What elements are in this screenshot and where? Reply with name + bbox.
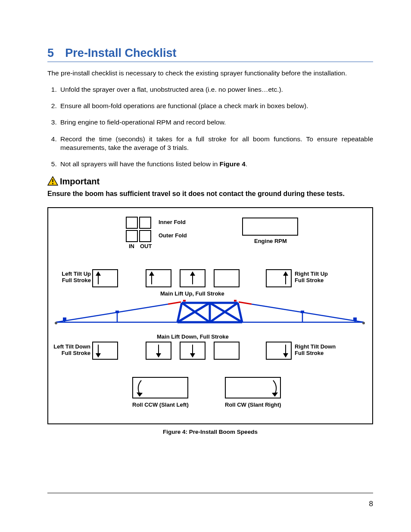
svg-marker-41 xyxy=(156,353,161,358)
figure-caption: Figure 4: Pre-Install Boom Speeds xyxy=(47,429,373,435)
input-engine-rpm[interactable] xyxy=(242,218,298,236)
svg-line-17 xyxy=(56,304,168,322)
arrow-down-icon xyxy=(155,344,162,358)
list-item: Not all sprayers will have the functions… xyxy=(59,160,373,168)
svg-marker-33 xyxy=(149,271,154,276)
list-item-text: Not all sprayers will have the functions… xyxy=(60,160,220,168)
svg-marker-31 xyxy=(96,271,101,276)
arrow-up-icon xyxy=(94,271,102,285)
arrow-up-icon xyxy=(282,271,290,285)
svg-rect-2 xyxy=(52,183,53,184)
chapter-number: 5 xyxy=(47,47,54,60)
svg-rect-15 xyxy=(234,300,237,302)
warning-icon xyxy=(47,176,58,187)
svg-point-28 xyxy=(55,322,57,324)
svg-rect-27 xyxy=(353,317,357,321)
arrow-up-icon xyxy=(189,271,196,285)
list-item: Unfold the sprayer over a flat, unobstru… xyxy=(59,85,373,94)
checkbox-inner-fold-out[interactable] xyxy=(139,217,151,229)
intro-paragraph: The pre-install checklist is necessary t… xyxy=(47,69,373,78)
arrow-down-icon xyxy=(282,344,290,358)
figure-boom-speeds: Inner Fold Outer Fold IN OUT Engine RPM … xyxy=(47,207,373,424)
label-right-tilt-down: Right Tilt DownFull Stroke xyxy=(295,344,336,357)
svg-marker-46 xyxy=(137,392,143,397)
label-outer-fold: Outer Fold xyxy=(159,233,187,239)
label-main-lift-down: Main Lift Down, Full Stroke xyxy=(157,334,229,340)
checklist: Unfold the sprayer over a flat, unobstru… xyxy=(47,85,373,168)
important-heading: Important xyxy=(47,176,373,187)
figure-reference: Figure 4 xyxy=(220,160,246,168)
label-left-tilt-up: Left Tilt UpFull Stroke xyxy=(57,271,91,284)
svg-rect-1 xyxy=(52,179,53,182)
list-item-text-end: . xyxy=(246,160,247,168)
list-item: Ensure all boom-fold operations are func… xyxy=(59,102,373,110)
label-right-tilt-up: Right Tilt UpFull Stroke xyxy=(295,271,328,284)
svg-marker-47 xyxy=(272,392,278,397)
checkbox-inner-fold-in[interactable] xyxy=(126,217,138,229)
svg-marker-43 xyxy=(190,353,195,358)
footer-rule xyxy=(47,493,373,493)
important-label: Important xyxy=(60,177,100,187)
svg-marker-37 xyxy=(283,271,288,276)
svg-line-23 xyxy=(252,304,364,322)
checkbox-outer-fold-in[interactable] xyxy=(126,230,138,242)
list-item: Record the time (seconds) it takes for a… xyxy=(59,135,373,152)
important-text: Ensure the boom has sufficient travel so… xyxy=(47,189,373,199)
svg-marker-35 xyxy=(190,271,195,276)
label-in: IN xyxy=(129,243,134,250)
arrow-cw-icon xyxy=(270,379,280,397)
label-roll-cw: Roll CW (Slant Right) xyxy=(225,402,281,408)
svg-line-13 xyxy=(239,302,252,304)
svg-rect-19 xyxy=(115,311,119,313)
arrow-ccw-icon xyxy=(134,379,145,397)
boom-schematic xyxy=(53,296,367,333)
label-roll-ccw: Roll CCW (Slant Left) xyxy=(132,402,189,408)
arrow-down-icon xyxy=(189,344,196,358)
page-number: 8 xyxy=(369,500,373,508)
checkbox-outer-fold-out[interactable] xyxy=(139,230,151,242)
arrow-down-icon xyxy=(94,344,102,358)
arrow-up-icon xyxy=(148,271,156,285)
label-inner-fold: Inner Fold xyxy=(159,219,186,226)
section-heading: 5 Pre-Install Checklist xyxy=(47,47,373,62)
chapter-title: Pre-Install Checklist xyxy=(65,47,176,60)
list-item: Bring engine to field-operational RPM an… xyxy=(59,118,373,127)
input-main-lift-up-3[interactable] xyxy=(214,269,240,287)
label-out: OUT xyxy=(140,243,152,250)
svg-rect-25 xyxy=(301,311,304,313)
label-left-tilt-down: Left Tilt DownFull Stroke xyxy=(51,344,90,357)
input-main-lift-down-3[interactable] xyxy=(214,342,240,360)
svg-rect-14 xyxy=(183,300,186,302)
svg-line-12 xyxy=(168,302,181,304)
svg-marker-39 xyxy=(96,353,101,358)
svg-point-29 xyxy=(362,322,365,324)
svg-rect-21 xyxy=(63,317,66,321)
svg-marker-45 xyxy=(283,353,288,358)
label-engine-rpm: Engine RPM xyxy=(254,238,287,245)
